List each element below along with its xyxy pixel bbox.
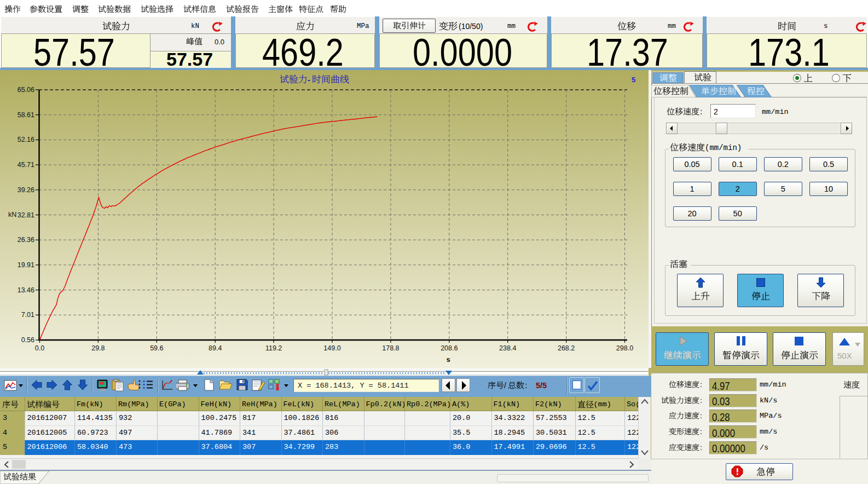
svg-text:149.0: 149.0	[323, 344, 340, 352]
svg-text:119.2: 119.2	[265, 344, 282, 352]
svg-text:26.36: 26.36	[18, 236, 34, 244]
svg-text:45.71: 45.71	[18, 161, 34, 169]
svg-text:268.2: 268.2	[558, 344, 575, 352]
svg-text:52.16: 52.16	[18, 136, 34, 143]
svg-text:19.91: 19.91	[18, 261, 34, 269]
svg-text:238.4: 238.4	[499, 344, 516, 352]
svg-text:0.0: 0.0	[35, 344, 44, 352]
svg-text:s: s	[446, 355, 450, 364]
svg-text:89.4: 89.4	[209, 344, 222, 352]
svg-text:298.0: 298.0	[616, 344, 633, 352]
svg-text:208.6: 208.6	[441, 344, 458, 352]
svg-text:7.01: 7.01	[21, 311, 34, 319]
svg-text:0.56: 0.56	[21, 336, 34, 344]
svg-text:32.81: 32.81	[18, 211, 34, 219]
svg-text:58.61: 58.61	[18, 111, 34, 119]
svg-text:65.06: 65.06	[18, 86, 34, 94]
svg-text:39.26: 39.26	[18, 186, 34, 194]
svg-text:178.8: 178.8	[382, 344, 399, 352]
svg-text:13.46: 13.46	[18, 286, 34, 294]
svg-text:59.6: 59.6	[150, 344, 163, 352]
svg-text:29.8: 29.8	[91, 344, 105, 352]
